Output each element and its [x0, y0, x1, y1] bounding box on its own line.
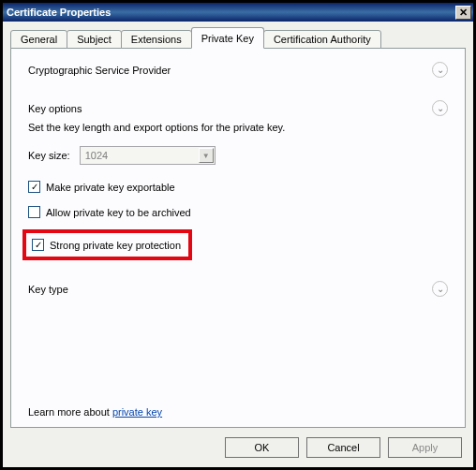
apply-label: Apply: [412, 442, 439, 453]
expand-keytype-button[interactable]: ⌄: [432, 281, 448, 297]
button-bar: OK Cancel Apply: [10, 428, 466, 460]
close-button[interactable]: ✕: [455, 6, 471, 20]
tab-label: Subject: [77, 34, 112, 45]
tabs: General Subject Extensions Private Key C…: [10, 27, 466, 49]
client-area: General Subject Extensions Private Key C…: [3, 22, 473, 467]
strong-checkbox[interactable]: ✓: [32, 239, 44, 251]
tab-label: Private Key: [201, 33, 254, 44]
strong-row: ✓ Strong private key protection: [32, 239, 181, 251]
strong-protection-highlight: ✓ Strong private key protection: [22, 229, 192, 260]
tab-private-key[interactable]: Private Key: [191, 27, 264, 49]
ok-label: OK: [255, 442, 270, 453]
spacer: [28, 264, 448, 281]
keyopts-hint: Set the key length and export options fo…: [28, 122, 448, 133]
keysize-dropdown[interactable]: 1024 ▼: [80, 146, 216, 165]
expand-csp-button[interactable]: ⌄: [432, 62, 448, 78]
learn-more: Learn more about private key: [28, 406, 448, 418]
titlebar: Certificate Properties ✕: [3, 3, 473, 22]
strong-label: Strong private key protection: [50, 240, 181, 251]
keysize-value: 1024: [85, 150, 108, 161]
tab-label: General: [21, 34, 57, 45]
exportable-checkbox[interactable]: ✓: [28, 181, 40, 193]
section-keyopts: Key options ⌄: [28, 100, 448, 116]
tab-label: Extensions: [131, 34, 182, 45]
chevron-down-icon: ⌄: [437, 104, 444, 113]
expand-keyopts-button[interactable]: ⌄: [432, 100, 448, 116]
dropdown-button[interactable]: ▼: [199, 148, 214, 163]
tab-extensions[interactable]: Extensions: [121, 30, 192, 49]
tab-general[interactable]: General: [10, 30, 67, 49]
section-keytype: Key type ⌄: [28, 281, 448, 297]
tabpanel-private-key: Cryptographic Service Provider ⌄ Key opt…: [10, 48, 466, 428]
exportable-row: ✓ Make private key exportable: [28, 181, 448, 193]
keysize-label: Key size:: [28, 150, 70, 161]
keysize-row: Key size: 1024 ▼: [28, 146, 448, 165]
section-title-keyopts: Key options: [28, 103, 82, 114]
ok-button[interactable]: OK: [225, 437, 299, 458]
section-title-keytype: Key type: [28, 284, 68, 295]
archive-label: Allow private key to be archived: [46, 207, 191, 218]
archive-row: Allow private key to be archived: [28, 206, 448, 218]
window-title: Certificate Properties: [7, 7, 111, 18]
chevron-down-icon: ⌄: [437, 66, 444, 75]
close-icon: ✕: [459, 7, 468, 18]
tab-label: Certification Authority: [274, 34, 371, 45]
learn-prefix: Learn more about: [28, 406, 112, 418]
tab-certification-authority[interactable]: Certification Authority: [263, 30, 381, 49]
section-csp: Cryptographic Service Provider ⌄: [28, 62, 448, 78]
flex-spacer: [28, 302, 448, 406]
chevron-down-icon: ▼: [202, 152, 210, 160]
tab-subject[interactable]: Subject: [67, 30, 122, 49]
archive-checkbox[interactable]: [28, 206, 40, 218]
spacer: [28, 83, 448, 100]
chevron-down-icon: ⌄: [437, 285, 444, 294]
cancel-button[interactable]: Cancel: [306, 437, 380, 458]
section-title-csp: Cryptographic Service Provider: [28, 65, 171, 76]
learn-more-link[interactable]: private key: [112, 406, 162, 418]
exportable-label: Make private key exportable: [46, 182, 175, 193]
cancel-label: Cancel: [327, 442, 359, 453]
apply-button[interactable]: Apply: [388, 437, 462, 458]
